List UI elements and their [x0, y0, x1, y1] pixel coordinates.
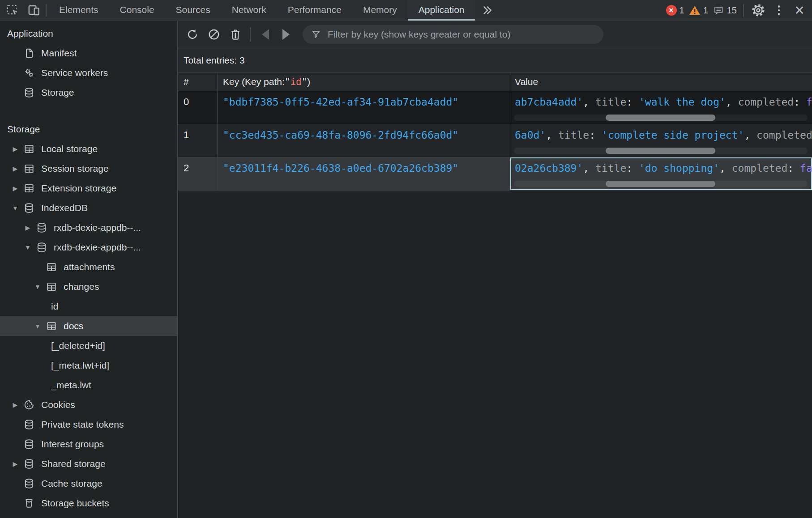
- total-entries-row: Total entries: 3: [178, 48, 812, 73]
- chevron-down-icon[interactable]: ▼: [20, 244, 36, 251]
- sidebar-item-interest-groups[interactable]: Interest groups: [0, 434, 177, 454]
- warning-icon: [689, 5, 701, 16]
- sidebar-item-private-state-tokens[interactable]: Private state tokens: [0, 415, 177, 434]
- sidebar-item-shared-storage[interactable]: ▶ Shared storage: [0, 454, 177, 474]
- toggle-device-toolbar-icon[interactable]: [27, 3, 41, 17]
- messages-badge[interactable]: 15: [713, 5, 737, 16]
- chevron-right-icon[interactable]: ▶: [20, 224, 36, 231]
- inspect-element-icon[interactable]: [5, 3, 20, 17]
- warning-count: 1: [703, 5, 708, 16]
- value-cell[interactable]: ab7cba4add', title: 'walk the dog', comp…: [510, 91, 812, 124]
- gears-icon: [23, 67, 35, 79]
- value-preview: ab7cba4add', title: 'walk the dog', comp…: [515, 96, 812, 108]
- object-store-toolbar: [178, 21, 812, 48]
- database-icon: [23, 87, 35, 98]
- chevron-down-icon[interactable]: ▼: [30, 323, 46, 330]
- tab-elements[interactable]: Elements: [48, 0, 109, 21]
- sidebar-item-extension-storage[interactable]: ▶ Extension storage: [0, 178, 177, 198]
- previous-page-button[interactable]: [258, 27, 273, 42]
- sidebar-item-local-storage[interactable]: ▶ Local storage: [0, 139, 177, 159]
- value-scrollbar-thumb[interactable]: [606, 181, 715, 187]
- message-count: 15: [727, 5, 737, 16]
- cookie-icon: [23, 399, 35, 411]
- sidebar-item-attachments[interactable]: attachments: [0, 257, 177, 277]
- sidebar-item-manifest[interactable]: Manifest: [0, 43, 177, 63]
- message-bubble-icon: [713, 5, 724, 16]
- key-cell[interactable]: "e23011f4-b226-4638-a0ed-6702a26cb389": [218, 157, 510, 190]
- next-page-button[interactable]: [278, 27, 294, 42]
- refresh-button[interactable]: [184, 25, 201, 43]
- chevron-right-icon[interactable]: ▶: [7, 401, 23, 408]
- sidebar-item-storage-buckets[interactable]: Storage buckets: [0, 493, 177, 513]
- value-scrollbar-thumb[interactable]: [606, 148, 715, 154]
- settings-gear-icon[interactable]: [750, 2, 766, 18]
- warning-badge[interactable]: 1: [689, 5, 708, 16]
- total-entries-label: Total entries: 3: [184, 55, 245, 66]
- chevron-right-icon[interactable]: ▶: [7, 185, 23, 192]
- close-icon[interactable]: ×: [791, 2, 808, 18]
- chevron-right-icon[interactable]: ▶: [7, 165, 23, 172]
- table-icon: [46, 281, 57, 293]
- table-icon: [46, 320, 57, 332]
- value-scrollbar-thumb[interactable]: [606, 115, 715, 121]
- database-icon: [23, 202, 35, 214]
- sidebar-item-meta-lwt[interactable]: _meta.lwt: [0, 375, 177, 395]
- devtools-window: ElementsConsoleSourcesNetworkPerformance…: [0, 0, 812, 518]
- tab-network[interactable]: Network: [221, 0, 277, 21]
- value-cell[interactable]: 02a26cb389', title: 'do shopping', compl…: [510, 157, 812, 190]
- row-index-cell: 1: [178, 124, 218, 157]
- indexeddb-data-view: Total entries: 3 # Key (Key path: "id") …: [178, 21, 812, 518]
- chevron-right-icon[interactable]: ▶: [7, 145, 23, 153]
- table-row[interactable]: 2 "e23011f4-b226-4638-a0ed-6702a26cb389"…: [178, 157, 812, 191]
- sidebar-item-cookies[interactable]: ▶ Cookies: [0, 395, 177, 415]
- error-badge[interactable]: × 1: [666, 5, 684, 16]
- filter-by-key-input[interactable]: [327, 29, 595, 40]
- chevron-down-icon[interactable]: ▼: [30, 283, 46, 290]
- application-sidebar: Application Manifest Service workers Sto…: [0, 21, 178, 518]
- sidebar-item-changes[interactable]: ▼ changes: [0, 277, 177, 297]
- panel-tabs: ElementsConsoleSourcesNetworkPerformance…: [48, 0, 475, 21]
- value-preview: 02a26cb389', title: 'do shopping', compl…: [515, 162, 812, 174]
- delete-selected-button[interactable]: [227, 25, 244, 43]
- tab-application[interactable]: Application: [408, 0, 475, 21]
- database-icon: [23, 478, 35, 489]
- tab-performance[interactable]: Performance: [277, 0, 352, 21]
- more-tabs-button[interactable]: [475, 0, 499, 21]
- value-scrollbar: [514, 148, 808, 154]
- sidebar-section-storage: Storage: [0, 119, 177, 139]
- chevron-right-icon[interactable]: ▶: [7, 460, 23, 467]
- sidebar-item-indexeddb[interactable]: ▼ IndexedDB: [0, 198, 177, 218]
- chevron-down-icon[interactable]: ▼: [7, 204, 23, 212]
- key-cell[interactable]: "cc3ed435-ca69-48fa-8096-2fd94fc66a0d": [218, 124, 510, 157]
- clear-object-store-button[interactable]: [205, 25, 223, 43]
- table-row[interactable]: 1 "cc3ed435-ca69-48fa-8096-2fd94fc66a0d"…: [178, 124, 812, 157]
- sidebar-item-meta-lwt-id[interactable]: [_meta.lwt+id]: [0, 356, 177, 375]
- value-scrollbar: [514, 181, 808, 187]
- key-cell[interactable]: "bdbf7385-0ff5-42ed-af34-91ab7cba4add": [218, 91, 510, 124]
- customize-menu-icon[interactable]: [771, 2, 787, 18]
- table-row[interactable]: 0 "bdbf7385-0ff5-42ed-af34-91ab7cba4add"…: [178, 91, 812, 124]
- tab-console[interactable]: Console: [109, 0, 165, 21]
- sidebar-item-rxdb-dexie-appdb[interactable]: ▶ rxdb-dexie-appdb--...: [0, 218, 177, 238]
- sidebar-spacer: [0, 102, 177, 119]
- column-header-key: Key (Key path: "id"): [218, 73, 510, 91]
- bucket-icon: [23, 497, 35, 509]
- sidebar-item-cache-storage[interactable]: Cache storage: [0, 474, 177, 493]
- sidebar-item-service-workers[interactable]: Service workers: [0, 63, 177, 83]
- sidebar-item-id[interactable]: id: [0, 297, 177, 316]
- tab-memory[interactable]: Memory: [352, 0, 408, 21]
- sidebar-item-deleted-id[interactable]: [_deleted+id]: [0, 336, 177, 356]
- sidebar-item-session-storage[interactable]: ▶ Session storage: [0, 159, 177, 178]
- sidebar-item-storage[interactable]: Storage: [0, 83, 177, 102]
- devtools-tabbar: ElementsConsoleSourcesNetworkPerformance…: [0, 0, 812, 21]
- table-icon: [46, 261, 57, 273]
- tab-sources[interactable]: Sources: [165, 0, 221, 21]
- empty-grid-area: [178, 191, 812, 518]
- sidebar-item-docs[interactable]: ▼ docs: [0, 316, 177, 336]
- datagrid-header: # Key (Key path: "id") Value: [178, 73, 812, 91]
- document-icon: [23, 47, 35, 59]
- sidebar-section-application: Application: [0, 24, 177, 43]
- entries-datagrid: # Key (Key path: "id") Value 0 "bdbf7385…: [178, 73, 812, 191]
- sidebar-item-rxdb-dexie-appdb[interactable]: ▼ rxdb-dexie-appdb--...: [0, 238, 177, 257]
- value-cell[interactable]: 6a0d', title: 'complete side project', c…: [510, 124, 812, 157]
